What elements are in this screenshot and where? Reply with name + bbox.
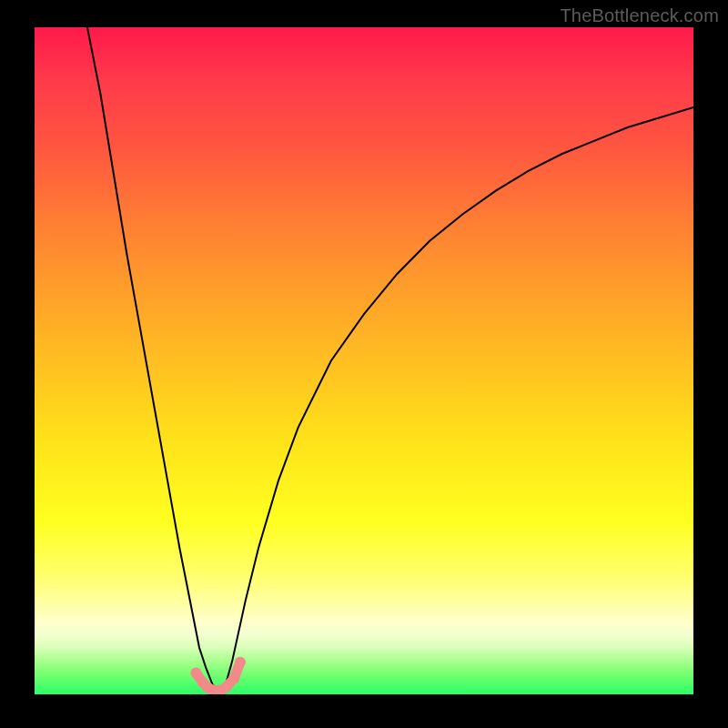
- curve-right-branch: [219, 107, 693, 691]
- attribution-text: TheBottleneck.com: [560, 5, 719, 26]
- marker-point: [190, 668, 201, 679]
- chart-frame: TheBottleneck.com: [0, 0, 728, 728]
- marker-point: [235, 657, 246, 668]
- marker-point: [228, 672, 239, 683]
- plot-area: [35, 27, 693, 694]
- curve-left-branch: [87, 27, 219, 691]
- chart-svg: [35, 27, 693, 694]
